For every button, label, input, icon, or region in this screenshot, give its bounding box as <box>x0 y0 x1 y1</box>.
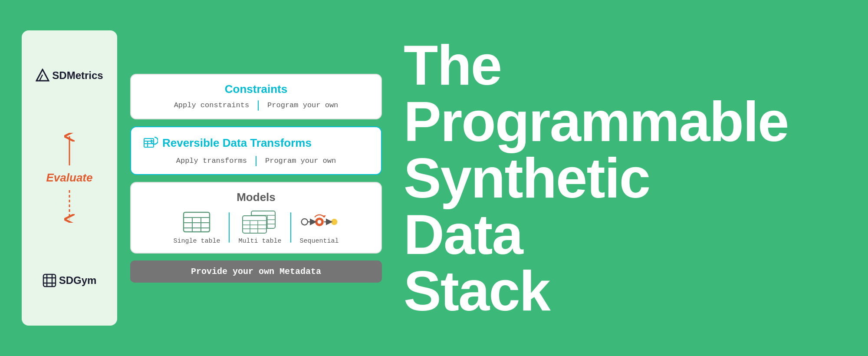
svg-rect-4 <box>43 274 56 287</box>
evaluate-section: Evaluate <box>46 133 93 223</box>
metadata-text: Provide your own Metadata <box>191 267 321 277</box>
reversible-item1: Apply transforms <box>168 157 256 165</box>
arrow-up-icon <box>63 133 76 168</box>
hero-line4: Data <box>404 206 788 263</box>
constraints-items: Apply constraints Program your own <box>141 100 371 111</box>
hero-line1: The <box>404 37 788 93</box>
model3-label: Sequential <box>300 237 339 245</box>
metadata-bar: Provide your own Metadata <box>130 260 382 283</box>
model1-label: Single table <box>173 237 220 245</box>
model2-label: Multi table <box>238 237 281 245</box>
svg-rect-14 <box>184 212 210 232</box>
reversible-title: Reversible Data Transforms <box>141 135 371 152</box>
reversible-card: Reversible Data Transforms Apply transfo… <box>130 126 382 175</box>
svg-point-34 <box>317 220 321 224</box>
multi-table-icon <box>240 210 279 234</box>
main-container: SDMetrics Evaluate <box>22 17 846 339</box>
sdgym-icon <box>43 274 56 287</box>
hero-line3: Synthetic <box>404 150 788 206</box>
models-title: Models <box>141 191 371 204</box>
sdgym-label: SDGym <box>59 274 97 287</box>
constraints-card: Constraints Apply constraints Program yo… <box>130 74 382 119</box>
reversible-items: Apply transforms Program your own <box>141 156 371 166</box>
left-panel: SDMetrics Evaluate <box>22 30 117 326</box>
middle-panel: Constraints Apply constraints Program yo… <box>130 74 382 283</box>
constraints-item1: Apply constraints <box>165 101 258 109</box>
reversible-icon <box>141 135 158 152</box>
models-items: Single table <box>141 210 371 245</box>
sdgym-logo: SDGym <box>43 274 97 287</box>
sdmetrics-label: SDMetrics <box>52 69 103 82</box>
right-panel: The Programmable Synthetic Data Stack <box>395 37 846 319</box>
svg-rect-26 <box>243 216 266 233</box>
sdmetrics-logo: SDMetrics <box>36 69 103 82</box>
constraints-title: Constraints <box>141 82 371 96</box>
svg-point-35 <box>331 219 337 224</box>
arrow-down-icon <box>63 188 76 223</box>
svg-point-32 <box>301 218 307 224</box>
hero-line2: Programmable <box>404 93 788 150</box>
single-table-icon <box>181 210 212 234</box>
reversible-item2: Program your own <box>256 157 345 165</box>
constraints-item2: Program your own <box>259 101 347 109</box>
sequential-icon <box>300 210 339 234</box>
hero-line5: Stack <box>404 263 788 319</box>
sdmetrics-icon <box>36 69 49 82</box>
models-card: Models Single table <box>130 182 382 254</box>
evaluate-text: Evaluate <box>46 171 93 185</box>
model-multi-table: Multi table <box>230 210 290 245</box>
model-sequential: Sequential <box>291 210 348 245</box>
model-single-table: Single table <box>164 210 229 245</box>
hero-title: The Programmable Synthetic Data Stack <box>404 37 788 319</box>
